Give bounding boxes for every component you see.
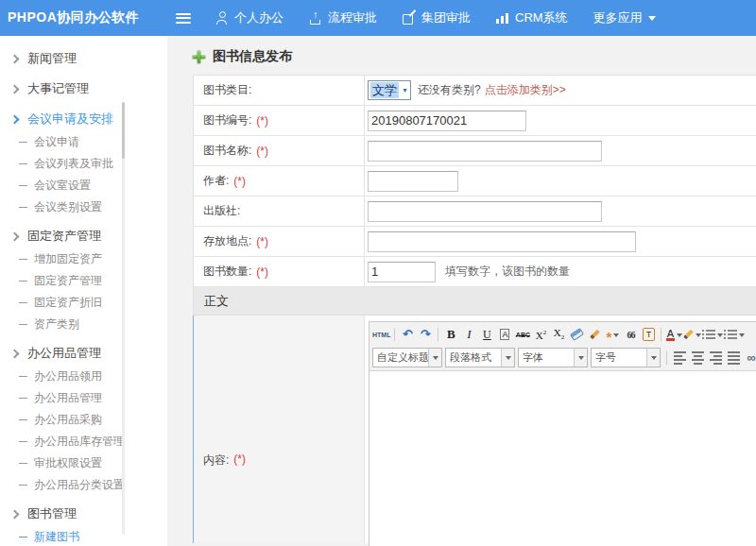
editor-toolbar-row2: 自定义标题段落格式字体字号∞∞: [369, 347, 756, 370]
edit-icon: [403, 11, 416, 25]
sidebar-item[interactable]: 办公用品库存管理: [0, 431, 167, 452]
sidebar-group-label: 大事记管理: [27, 80, 89, 97]
format-combo[interactable]: 字体: [518, 348, 588, 367]
bold-button[interactable]: B: [442, 326, 459, 343]
format-combo[interactable]: 字号: [591, 348, 661, 367]
caret-down-icon[interactable]: [574, 349, 587, 367]
editor-content-area[interactable]: [369, 370, 756, 546]
highlight-button[interactable]: [683, 326, 701, 343]
sidebar-group: 办公用品管理办公用品领用办公用品管理办公用品采购办公用品库存管理审批权限设置办公…: [0, 341, 167, 496]
add-icon: [193, 51, 205, 63]
dash-icon: [19, 302, 27, 303]
html-source-button[interactable]: HTML: [372, 326, 390, 343]
chevron-right-icon: [10, 84, 20, 94]
align-left-button[interactable]: [671, 350, 688, 367]
nav-item[interactable]: 个人办公: [215, 9, 284, 26]
sidebar-item[interactable]: 固定资产管理: [0, 270, 167, 292]
align-justify-button[interactable]: [725, 350, 742, 367]
undo-button[interactable]: ↶: [399, 326, 416, 343]
sidebar-item-label: 新建图书: [34, 529, 79, 545]
nav-item-label: CRM系统: [515, 9, 568, 26]
caret-down-icon[interactable]: [501, 349, 514, 367]
subscript-button[interactable]: X2: [550, 326, 567, 343]
dash-icon: [19, 441, 27, 442]
sidebar-group-label: 办公用品管理: [27, 345, 101, 362]
dash-icon: [19, 398, 27, 399]
nav-item[interactable]: CRM系统: [496, 9, 568, 26]
sidebar-item[interactable]: 审批权限设置: [0, 452, 167, 474]
nav-item[interactable]: ↑流程审批: [309, 9, 377, 26]
sidebar-group-title[interactable]: 新闻管理: [0, 46, 167, 71]
form-input[interactable]: [368, 231, 636, 252]
superscript-button[interactable]: X2: [532, 326, 549, 343]
editor-toolbar-row1: HTML↶↷BIUAABCX2X2*66TA: [369, 322, 756, 347]
redo-button[interactable]: ↷: [417, 326, 434, 343]
required-mark: (*): [256, 235, 268, 248]
dash-icon: [19, 142, 27, 143]
ordered-list-button[interactable]: [702, 326, 723, 343]
quote-button[interactable]: 66: [622, 326, 639, 343]
boxed-a-button[interactable]: A: [496, 326, 513, 343]
sidebar: 新闻管理大事记管理会议申请及安排会议申请会议列表及审批会议室设置会议类别设置固定…: [0, 36, 167, 546]
form-input[interactable]: [368, 201, 602, 222]
toolbar-separator: [661, 328, 662, 341]
field-label: 存放地点:: [203, 233, 251, 249]
sidebar-item[interactable]: 会议列表及审批: [0, 153, 167, 175]
sidebar-item[interactable]: 办公用品领用: [0, 366, 167, 387]
sidebar-group: 图书管理新建图书图书管理: [0, 502, 167, 546]
field-label: 出版社:: [203, 203, 240, 219]
nav-item-label: 个人办公: [234, 9, 284, 26]
caret-down-icon[interactable]: [646, 349, 660, 367]
format-combo[interactable]: 段落格式: [445, 348, 515, 367]
form-input[interactable]: [368, 141, 602, 162]
add-category-link[interactable]: 点击添加类别>>: [485, 82, 566, 98]
form-input[interactable]: [368, 262, 436, 282]
sidebar-group-label: 会议申请及安排: [27, 111, 113, 128]
nav-item[interactable]: 集团审批: [403, 9, 471, 26]
caret-down-icon: ▼: [402, 87, 408, 94]
sidebar-group-title[interactable]: 会议申请及安排: [0, 107, 167, 131]
sidebar-item[interactable]: 增加固定资产: [0, 248, 167, 270]
sidebar-item-label: 办公用品采购: [34, 412, 102, 428]
sidebar-item[interactable]: 办公用品采购: [0, 409, 167, 431]
align-right-button[interactable]: [707, 350, 724, 367]
sidebar-scrollbar[interactable]: [122, 102, 125, 535]
sidebar-item[interactable]: 办公用品管理: [0, 387, 167, 409]
book-form: 图书类目: 文学 ▼ 还没有类别? 点击添加类别>> 图书编号:(*)图书名称:…: [193, 75, 756, 543]
sidebar-group-title[interactable]: 图书管理: [0, 502, 167, 526]
sidebar-item[interactable]: 会议类别设置: [0, 196, 167, 218]
format-paint-button[interactable]: *: [604, 326, 621, 343]
sidebar-group-title[interactable]: 办公用品管理: [0, 341, 167, 366]
eraser-button[interactable]: [568, 326, 585, 343]
sidebar-item[interactable]: 新建图书: [0, 526, 167, 546]
unordered-list-button[interactable]: [724, 326, 745, 343]
sidebar-item-label: 增加固定资产: [34, 251, 102, 267]
dash-icon: [19, 163, 27, 164]
sidebar-group-title[interactable]: 大事记管理: [0, 77, 167, 101]
category-select-value: 文学: [370, 82, 399, 98]
sidebar-scrollbar-thumb[interactable]: [122, 102, 125, 159]
sidebar-item[interactable]: 办公用品分类设置: [0, 474, 167, 496]
underline-button[interactable]: U: [478, 326, 495, 343]
sidebar-item[interactable]: 会议室设置: [0, 175, 167, 196]
nav-item[interactable]: 更多应用: [593, 9, 656, 26]
sidebar-group: 新闻管理: [0, 46, 167, 71]
sidebar-item[interactable]: 资产类别: [0, 314, 167, 335]
form-row: 作者:(*): [193, 166, 756, 196]
sidebar-group-title[interactable]: 固定资产管理: [0, 224, 167, 248]
sidebar-item[interactable]: 固定资产折旧: [0, 292, 167, 314]
paste-text-button[interactable]: T: [640, 326, 657, 343]
font-color-button[interactable]: A: [665, 326, 682, 343]
sidebar-item[interactable]: 会议申请: [0, 131, 167, 153]
italic-button[interactable]: I: [460, 326, 477, 343]
format-combo[interactable]: 自定义标题: [372, 348, 442, 367]
strikethrough-button[interactable]: ABC: [514, 326, 531, 343]
form-input[interactable]: [368, 171, 458, 192]
menu-icon[interactable]: [176, 13, 191, 24]
brush-button[interactable]: [586, 326, 603, 343]
link-button[interactable]: ∞: [743, 350, 756, 367]
form-input[interactable]: [368, 111, 526, 131]
align-center-button[interactable]: [689, 350, 706, 367]
caret-down-icon[interactable]: [428, 349, 441, 367]
category-select[interactable]: 文学 ▼: [368, 80, 411, 100]
